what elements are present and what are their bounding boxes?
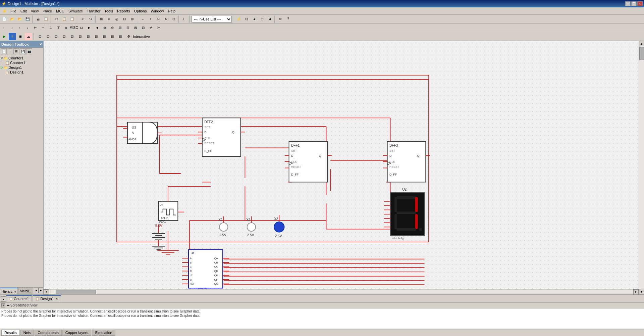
component-x2[interactable]: X2 2.5V — [246, 216, 256, 237]
menu-window[interactable]: Window — [149, 8, 166, 14]
undo-button[interactable]: ↩ — [79, 15, 87, 23]
tb-btn-c[interactable]: ◎ — [113, 15, 120, 23]
component-u2[interactable]: U2 — [384, 188, 424, 240]
footer-tab-simulation[interactable]: Simulation — [92, 330, 115, 336]
open-recent-button[interactable]: 📂 — [16, 15, 23, 23]
design1-close-btn[interactable]: ✕ — [56, 297, 58, 300]
tb-btn-a[interactable]: ⊞ — [98, 15, 105, 23]
tb-btn-h[interactable]: ↻ — [155, 15, 162, 23]
tb-btn-e[interactable]: ⊞ — [128, 15, 136, 23]
nav-left-button[interactable]: ◄ — [34, 288, 39, 293]
sim-power-button[interactable]: ⊡ — [85, 33, 92, 40]
tb2-btn-a[interactable]: ← — [1, 24, 8, 32]
tb2-btn-k[interactable]: ⊔ — [78, 24, 85, 32]
menu-options[interactable]: Options — [132, 8, 149, 14]
tb-btn-f[interactable]: ← — [139, 15, 147, 23]
tb2-btn-b[interactable]: → — [8, 24, 16, 32]
paste-button[interactable]: 📋 — [68, 15, 76, 23]
tb-btn-o[interactable]: ⊡ — [258, 15, 266, 23]
tb-btn-p[interactable]: ◄ — [266, 15, 273, 23]
tb2-btn-m[interactable]: ◄ — [93, 24, 101, 32]
nav-right-button[interactable]: ► — [39, 288, 43, 293]
vscroll-thumb[interactable] — [639, 47, 644, 60]
open-button[interactable]: 📂 — [8, 15, 16, 23]
tb2-btn-i[interactable]: ◈ — [62, 24, 70, 32]
sim-logic-button[interactable]: ⊡ — [52, 33, 60, 40]
sim-ref-button[interactable]: ☁ — [25, 33, 32, 40]
menu-reports[interactable]: Reports — [115, 8, 132, 14]
menu-help[interactable]: Help — [166, 8, 178, 14]
component-dff2[interactable]: DFF2 SET D Q CLK RESET D_FF — [198, 118, 245, 156]
sim-curr-button[interactable]: ⊡ — [109, 33, 116, 40]
vscroll-down-button[interactable]: ▼ — [639, 289, 644, 294]
hscroll-left-button[interactable]: ◄ — [44, 289, 49, 295]
tb-btn-i[interactable]: ↻ — [162, 15, 170, 23]
tree-item-design1-schematic[interactable]: 📋 Design1 — [1, 70, 43, 75]
print-preview-button[interactable]: 📋 — [42, 15, 50, 23]
tb2-btn-c[interactable]: ↑ — [16, 24, 23, 32]
tb2-btn-h[interactable]: ⊤ — [55, 24, 62, 32]
copy-button[interactable]: 📋 — [61, 15, 68, 23]
sheet-nav-left[interactable]: ◄ — [1, 296, 6, 302]
tab-hierarchy[interactable]: Hierarchy — [0, 288, 18, 294]
tb-btn-m[interactable]: ⊡ — [243, 15, 250, 23]
tb-btn-d[interactable]: ⊡ — [121, 15, 128, 23]
panel-tb-3[interactable]: ⊞ — [13, 48, 19, 54]
panel-tb-4[interactable]: 💾 — [20, 48, 26, 54]
component-dff3[interactable]: DFF3 SET D Q CLK RESET D_FF — [383, 141, 430, 182]
tb2-btn-g[interactable]: ⊥ — [47, 24, 54, 32]
menu-simulate[interactable]: Simulate — [66, 8, 85, 14]
tb2-btn-f[interactable]: ⊣ — [39, 24, 47, 32]
tb-btn-n[interactable]: ◄ — [251, 15, 258, 23]
menu-transfer[interactable]: Transfer — [85, 8, 103, 14]
sim-funct-button[interactable]: ⊡ — [68, 33, 76, 40]
tb2-btn-d[interactable]: ↓ — [24, 24, 31, 32]
tb2-btn-j[interactable]: MISC — [70, 24, 77, 32]
menu-edit[interactable]: Edit — [18, 8, 29, 14]
tb2-btn-t[interactable]: ⇌ — [147, 24, 155, 32]
sim-run-button[interactable]: ▶ — [1, 33, 8, 40]
tree-item-counter1-folder[interactable]: ▽ 📁 Counter1 — [1, 56, 43, 60]
tb2-btn-p[interactable]: ⊞ — [116, 24, 124, 32]
schematic-canvas[interactable]: U3 & AND2 DFF2 SET D Q CLK — [44, 41, 639, 289]
minimize-button[interactable]: ─ — [625, 1, 631, 6]
output-panel-close[interactable]: ✕ — [1, 303, 5, 307]
sim-meas-button[interactable]: ⊡ — [60, 33, 68, 40]
sim-pause-button[interactable]: ⏸ — [9, 33, 16, 40]
tb-btn-g[interactable]: ↕ — [147, 15, 154, 23]
in-use-list-dropdown[interactable]: --- In-Use List --- — [192, 16, 232, 22]
component-u4[interactable]: U4 10Hz — [159, 201, 184, 221]
panel-close-button[interactable]: ✕ — [39, 43, 42, 46]
tab-counter1-sheet[interactable]: 📋 Counter1 — [6, 295, 32, 302]
tb2-btn-e[interactable]: ⊢ — [32, 24, 39, 32]
tb2-btn-n[interactable]: ⊕ — [101, 24, 108, 32]
vscroll-track[interactable] — [639, 46, 644, 289]
save-button[interactable]: 💾 — [24, 15, 31, 23]
new-button[interactable]: 📄 — [1, 15, 8, 23]
hscroll-thumb[interactable] — [56, 290, 96, 294]
sim-watt-button[interactable]: ⊡ — [117, 33, 124, 40]
panel-tb-1[interactable]: 📄 — [1, 48, 7, 54]
footer-tab-copper-layers[interactable]: Copper layers — [62, 330, 91, 336]
tb2-btn-l[interactable]: ► — [86, 24, 93, 32]
sim-dist-button[interactable]: ⊡ — [76, 33, 84, 40]
footer-tab-nets[interactable]: Nets — [20, 330, 34, 336]
tb2-btn-q[interactable]: ⊟ — [124, 24, 131, 32]
component-x3[interactable]: X3 2.5V — [274, 215, 284, 238]
sim-stop-button[interactable]: ⏹ — [17, 33, 24, 40]
cut-button[interactable]: ✂ — [53, 15, 60, 23]
tb2-btn-u[interactable]: ⊢ — [155, 24, 162, 32]
tree-item-counter1-schematic[interactable]: 📋 Counter1 — [1, 60, 43, 65]
restore-button[interactable]: ❐ — [631, 1, 637, 6]
menu-file[interactable]: File — [8, 8, 18, 14]
hscroll-right-button[interactable]: ► — [633, 289, 639, 295]
redo-button[interactable]: ↪ — [87, 15, 94, 23]
footer-tab-components[interactable]: Components — [35, 330, 61, 336]
vscroll-up-button[interactable]: ▲ — [639, 41, 644, 46]
menu-tools[interactable]: Tools — [102, 8, 115, 14]
component-vcc[interactable]: VCC 5.0V — [152, 220, 166, 250]
component-u3[interactable]: U3 & AND2 — [123, 122, 162, 144]
tb2-btn-r[interactable]: ⊠ — [132, 24, 139, 32]
component-dff1[interactable]: DFF1 SET D Q CLK RESET D_FF — [285, 141, 332, 182]
tab-design1-sheet[interactable]: 📋 Design1 ✕ — [33, 295, 61, 302]
